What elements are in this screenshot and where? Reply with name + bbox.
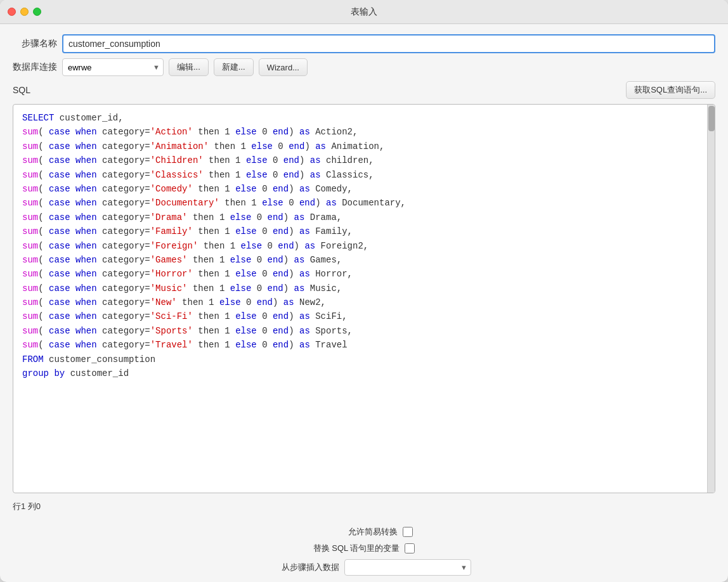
sql-content[interactable]: SELECT customer_id, sum( case when categ…	[13, 105, 715, 387]
db-select-wrapper: ewrwe ▼	[62, 58, 164, 76]
checkbox2-label: 替换 SQL 语句里的变量	[313, 543, 400, 554]
wizard-button[interactable]: Wizard...	[259, 58, 308, 76]
sql-editor-area[interactable]: SELECT customer_id, sum( case when categ…	[13, 104, 715, 493]
bottom-section: 允许简易转换 替换 SQL 语句里的变量 从步骤插入数据 ▼	[0, 521, 728, 582]
sql-label: SQL	[13, 85, 30, 95]
allow-simple-transform-checkbox[interactable]	[403, 527, 413, 537]
main-content: 步骤名称 数据库连接 ewrwe ▼ 编辑... 新建... Wizard...…	[0, 24, 728, 521]
window-title: 表输入	[351, 6, 377, 18]
get-sql-button[interactable]: 获取SQL查询语句...	[626, 81, 715, 99]
new-button[interactable]: 新建...	[214, 58, 254, 76]
edit-button[interactable]: 编辑...	[169, 58, 209, 76]
from-step-label: 从步骤插入数据	[257, 562, 339, 573]
from-step-select-wrapper: ▼	[344, 559, 471, 576]
scrollbar[interactable]	[707, 105, 715, 493]
status-bar: 行1 列0	[13, 498, 715, 515]
step-name-input[interactable]	[62, 34, 715, 53]
replace-variables-checkbox[interactable]	[405, 543, 415, 553]
checkbox1-label: 允许简易转换	[315, 526, 398, 538]
from-step-row: 从步骤插入数据 ▼	[13, 559, 715, 576]
checkbox-row-2: 替换 SQL 语句里的变量	[13, 543, 715, 554]
db-connection-row: 数据库连接 ewrwe ▼ 编辑... 新建... Wizard...	[13, 58, 715, 76]
db-label: 数据库连接	[13, 61, 57, 73]
checkbox-row-1: 允许简易转换	[13, 526, 715, 538]
from-step-select[interactable]	[344, 559, 471, 576]
traffic-lights	[8, 8, 41, 16]
db-select[interactable]: ewrwe	[62, 58, 164, 76]
step-name-row: 步骤名称	[13, 34, 715, 53]
scrollbar-thumb[interactable]	[708, 106, 715, 131]
maximize-button[interactable]	[33, 8, 41, 16]
main-window: 表输入 步骤名称 数据库连接 ewrwe ▼ 编辑... 新建... Wizar…	[0, 0, 728, 582]
close-button[interactable]	[8, 8, 16, 16]
sql-label-row: SQL 获取SQL查询语句...	[13, 81, 715, 99]
minimize-button[interactable]	[20, 8, 29, 16]
step-name-label: 步骤名称	[13, 38, 57, 49]
titlebar: 表输入	[0, 0, 728, 24]
